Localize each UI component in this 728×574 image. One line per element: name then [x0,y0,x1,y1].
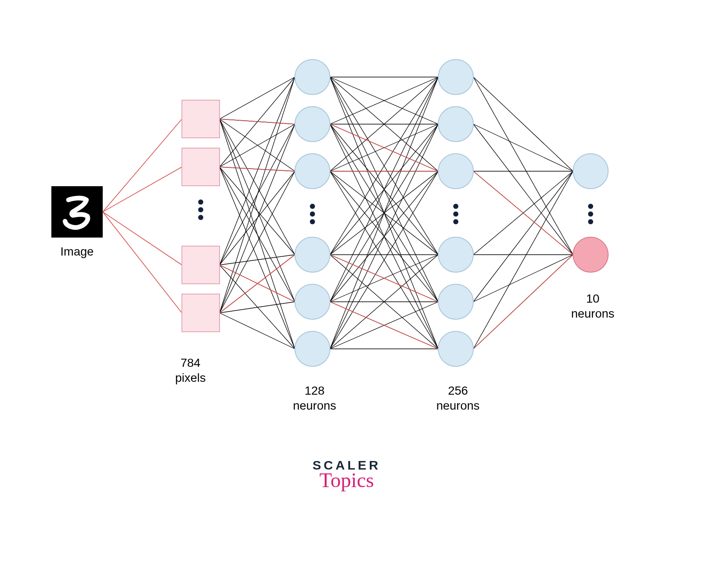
svg-point-99 [310,204,315,209]
svg-point-109 [453,211,458,217]
svg-line-8 [220,119,295,302]
svg-point-115 [588,219,593,224]
svg-line-72 [473,77,573,171]
svg-point-93 [295,59,330,95]
input-layer-label: 784 pixels [158,355,223,385]
svg-point-114 [588,211,593,217]
svg-point-101 [310,219,315,224]
svg-point-95 [295,154,330,189]
svg-point-100 [310,211,315,217]
svg-line-23 [220,124,295,313]
svg-point-112 [573,237,608,272]
svg-line-3 [103,212,182,313]
output-label: 10 neurons [559,291,627,321]
svg-line-10 [220,77,295,167]
svg-line-1 [103,167,182,212]
svg-point-98 [295,331,330,366]
svg-point-102 [438,59,473,95]
svg-point-104 [438,154,473,189]
diagram-root: Image 784 pixels 128 neurons 256 neurons… [0,0,728,574]
svg-point-90 [198,199,203,205]
svg-point-106 [438,284,473,319]
svg-point-111 [573,154,608,189]
svg-rect-88 [182,246,220,284]
image-label: Image [51,244,103,259]
svg-line-73 [473,77,573,255]
svg-line-2 [103,212,182,265]
svg-line-28 [220,119,295,124]
svg-rect-89 [182,294,220,332]
svg-point-103 [438,107,473,142]
svg-point-96 [295,237,330,272]
svg-point-108 [453,204,458,209]
svg-point-113 [588,204,593,209]
hidden1-label: 128 neurons [280,383,349,413]
svg-point-92 [198,215,203,220]
svg-point-105 [438,237,473,272]
scaler-topics-logo: SCALER Topics [300,458,394,492]
svg-point-107 [438,331,473,366]
svg-point-94 [295,107,330,142]
svg-line-75 [473,124,573,255]
svg-line-26 [220,302,295,313]
svg-point-91 [198,207,203,212]
svg-line-80 [473,171,573,302]
svg-line-16 [220,77,295,265]
svg-rect-86 [182,100,220,138]
svg-line-0 [103,119,182,212]
svg-point-97 [295,284,330,319]
svg-rect-87 [182,148,220,186]
svg-point-110 [453,219,458,224]
hidden2-label: 256 neurons [424,383,492,413]
svg-line-82 [473,171,573,349]
svg-line-24 [220,171,295,313]
svg-line-27 [220,313,295,349]
svg-line-74 [473,124,573,171]
